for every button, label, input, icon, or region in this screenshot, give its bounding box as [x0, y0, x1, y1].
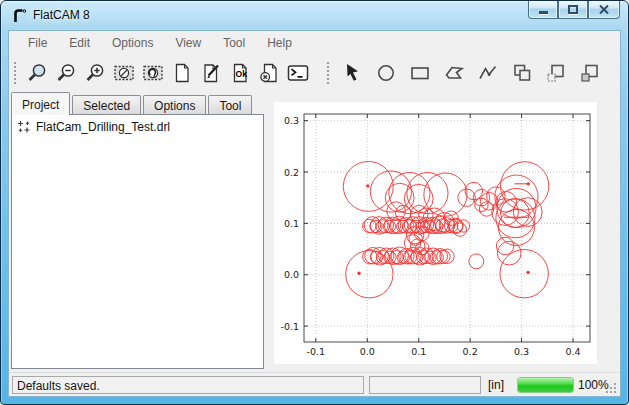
- pointer-icon: [341, 62, 363, 84]
- minimize-icon: [539, 11, 548, 14]
- svg-text:-0.1: -0.1: [307, 346, 326, 357]
- zoom-fit-icon: [26, 62, 48, 84]
- tab-project[interactable]: Project: [11, 92, 70, 115]
- ok-file-icon: Ok: [229, 62, 251, 84]
- minimize-button[interactable]: [528, 1, 558, 19]
- maximize-icon: [568, 5, 578, 14]
- menu-help[interactable]: Help: [256, 32, 303, 54]
- zoom-in-button[interactable]: [80, 59, 109, 87]
- tab-tool[interactable]: Tool: [208, 95, 252, 115]
- polygon-icon: [443, 62, 465, 84]
- draw-path-button[interactable]: [471, 59, 505, 87]
- draw-rectangle-button[interactable]: [403, 59, 437, 87]
- menu-tool[interactable]: Tool: [212, 32, 256, 54]
- titlebar[interactable]: FlatCAM 8: [1, 1, 628, 30]
- svg-text:0.0: 0.0: [284, 269, 299, 280]
- close-button[interactable]: [588, 1, 620, 19]
- tab-options[interactable]: Options: [143, 95, 206, 115]
- polygon-union-button[interactable]: [505, 59, 539, 87]
- polyline-icon: [477, 62, 499, 84]
- window-controls: [528, 1, 620, 19]
- menu-file[interactable]: File: [17, 32, 58, 54]
- units-label: [in]: [488, 378, 504, 392]
- svg-text:0.4: 0.4: [565, 346, 580, 357]
- save-ok-button[interactable]: Ok: [225, 59, 254, 87]
- drill-points-icon: [16, 119, 31, 134]
- tree-item-drill-file[interactable]: FlatCam_Drilling_Test.drl: [12, 115, 263, 134]
- svg-text:0.3: 0.3: [284, 115, 299, 126]
- svg-text:0.1: 0.1: [284, 218, 299, 229]
- delete-object-button[interactable]: [254, 59, 283, 87]
- rectangle-icon: [409, 62, 431, 84]
- client-area: File Edit Options View Tool Help: [8, 30, 621, 397]
- svg-text:-0.1: -0.1: [280, 321, 299, 332]
- polygon-intersect-button[interactable]: [573, 59, 607, 87]
- cancel-file-icon: [258, 62, 280, 84]
- svg-text:0.2: 0.2: [284, 167, 299, 178]
- new-project-button[interactable]: [167, 59, 196, 87]
- polygon-subtract-button[interactable]: [539, 59, 573, 87]
- zoom-in-icon: [84, 62, 106, 84]
- zoom-fit-button[interactable]: [22, 59, 51, 87]
- circle-icon: [375, 62, 397, 84]
- maximize-button[interactable]: [558, 1, 588, 19]
- tab-selected[interactable]: Selected: [72, 95, 141, 115]
- draw-circle-button[interactable]: [369, 59, 403, 87]
- menu-edit[interactable]: Edit: [58, 32, 101, 54]
- close-icon: [598, 4, 610, 15]
- progress-bar: [517, 377, 574, 393]
- project-tree: FlatCam_Drilling_Test.drl: [11, 114, 264, 369]
- replot-icon: [142, 62, 164, 84]
- replot-button[interactable]: [138, 59, 167, 87]
- zoom-out-icon: [55, 62, 77, 84]
- svg-text:0.0: 0.0: [360, 346, 375, 357]
- select-tool-button[interactable]: [335, 59, 369, 87]
- menu-view[interactable]: View: [164, 32, 212, 54]
- draw-polygon-button[interactable]: [437, 59, 471, 87]
- plot-canvas[interactable]: -0.10.00.10.20.30.4-0.10.00.10.20.3: [274, 102, 597, 364]
- editor-toolbar-drag-handle[interactable]: [326, 61, 331, 85]
- intersect-icon: [579, 62, 601, 84]
- svg-text:Ok: Ok: [235, 69, 247, 79]
- tree-item-label: FlatCam_Drilling_Test.drl: [36, 120, 170, 134]
- union-icon: [511, 62, 533, 84]
- svg-text:0.1: 0.1: [411, 346, 426, 357]
- terminal-icon: [287, 62, 309, 84]
- toolbar: Ok: [9, 55, 620, 91]
- svg-text:0.3: 0.3: [514, 346, 529, 357]
- subtract-icon: [545, 62, 567, 84]
- flatcam-logo-icon: [11, 7, 29, 29]
- panel-tabs: Project Selected Options Tool: [11, 92, 254, 115]
- new-file-icon: [171, 62, 193, 84]
- progress-percent-label: 100%: [578, 378, 609, 392]
- shell-button[interactable]: [283, 59, 312, 87]
- menu-bar: File Edit Options View Tool Help: [9, 31, 620, 55]
- drill-plot: -0.10.00.10.20.30.4-0.10.00.10.20.3: [274, 102, 597, 364]
- zoom-out-button[interactable]: [51, 59, 80, 87]
- status-bar: Defaults saved. [in] 100%: [9, 372, 620, 397]
- menu-options[interactable]: Options: [101, 32, 164, 54]
- clear-plot-icon: [113, 62, 135, 84]
- toolbar-drag-handle[interactable]: [13, 61, 18, 85]
- editor-toolbar: [335, 59, 607, 87]
- clear-plot-button[interactable]: [109, 59, 138, 87]
- resize-grip[interactable]: [606, 383, 617, 394]
- edit-file-icon: [200, 62, 222, 84]
- status-message: Defaults saved.: [12, 376, 364, 394]
- status-secondary: [369, 376, 481, 394]
- open-project-button[interactable]: [196, 59, 225, 87]
- svg-text:0.2: 0.2: [463, 346, 478, 357]
- progress-fill: [518, 378, 573, 392]
- app-window: FlatCAM 8 File Edit Options View Tool He…: [0, 0, 629, 405]
- window-title: FlatCAM 8: [33, 8, 90, 22]
